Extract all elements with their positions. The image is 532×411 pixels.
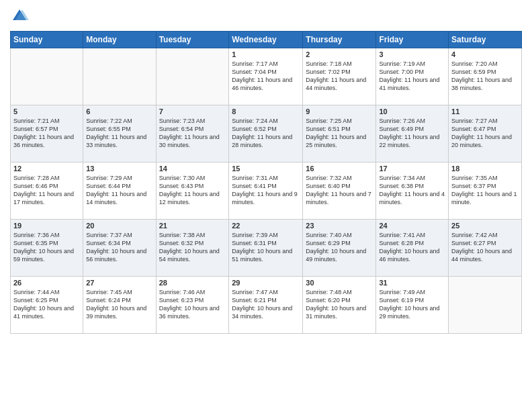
calendar-cell: 29Sunrise: 7:47 AM Sunset: 6:21 PM Dayli… [229, 277, 303, 334]
day-info: Sunrise: 7:39 AM Sunset: 6:31 PM Dayligh… [232, 231, 300, 264]
day-number: 30 [306, 279, 373, 287]
calendar-cell: 1Sunrise: 7:17 AM Sunset: 7:04 PM Daylig… [229, 48, 303, 105]
calendar-cell: 7Sunrise: 7:23 AM Sunset: 6:54 PM Daylig… [156, 105, 229, 163]
calendar-cell: 6Sunrise: 7:22 AM Sunset: 6:55 PM Daylig… [83, 105, 156, 163]
calendar-cell: 15Sunrise: 7:31 AM Sunset: 6:41 PM Dayli… [229, 163, 303, 220]
calendar-cell: 30Sunrise: 7:48 AM Sunset: 6:20 PM Dayli… [303, 277, 376, 334]
day-info: Sunrise: 7:44 AM Sunset: 6:25 PM Dayligh… [13, 288, 80, 321]
day-number: 13 [86, 165, 152, 173]
day-number: 20 [86, 222, 152, 230]
calendar-header-saturday: Saturday [449, 32, 522, 48]
calendar-cell: 12Sunrise: 7:28 AM Sunset: 6:46 PM Dayli… [11, 163, 83, 220]
day-info: Sunrise: 7:34 AM Sunset: 6:38 PM Dayligh… [379, 174, 445, 207]
calendar-cell: 28Sunrise: 7:46 AM Sunset: 6:23 PM Dayli… [156, 277, 229, 334]
calendar-cell [156, 48, 229, 105]
calendar-cell [449, 277, 522, 334]
day-info: Sunrise: 7:26 AM Sunset: 6:49 PM Dayligh… [379, 117, 445, 150]
day-number: 18 [451, 165, 519, 173]
day-info: Sunrise: 7:46 AM Sunset: 6:23 PM Dayligh… [159, 288, 226, 321]
logo-icon [10, 7, 29, 26]
calendar-cell: 5Sunrise: 7:21 AM Sunset: 6:57 PM Daylig… [11, 105, 83, 163]
calendar-cell [11, 48, 83, 105]
day-number: 8 [232, 107, 300, 116]
calendar-cell: 23Sunrise: 7:40 AM Sunset: 6:29 PM Dayli… [303, 220, 376, 277]
day-number: 25 [451, 222, 519, 230]
calendar-header-sunday: Sunday [11, 32, 83, 48]
day-number: 3 [379, 50, 445, 58]
calendar-cell: 10Sunrise: 7:26 AM Sunset: 6:49 PM Dayli… [376, 105, 449, 163]
day-info: Sunrise: 7:40 AM Sunset: 6:29 PM Dayligh… [306, 231, 373, 264]
day-number: 28 [159, 279, 226, 287]
day-number: 2 [306, 50, 373, 58]
calendar-cell: 16Sunrise: 7:32 AM Sunset: 6:40 PM Dayli… [303, 163, 376, 220]
calendar-cell: 20Sunrise: 7:37 AM Sunset: 6:34 PM Dayli… [83, 220, 156, 277]
day-info: Sunrise: 7:31 AM Sunset: 6:41 PM Dayligh… [232, 174, 300, 207]
calendar-cell: 17Sunrise: 7:34 AM Sunset: 6:38 PM Dayli… [376, 163, 449, 220]
calendar-header-friday: Friday [376, 32, 449, 48]
calendar-cell: 14Sunrise: 7:30 AM Sunset: 6:43 PM Dayli… [156, 163, 229, 220]
day-info: Sunrise: 7:49 AM Sunset: 6:19 PM Dayligh… [379, 288, 445, 321]
day-info: Sunrise: 7:20 AM Sunset: 6:59 PM Dayligh… [451, 60, 519, 93]
day-number: 6 [86, 107, 152, 116]
day-info: Sunrise: 7:32 AM Sunset: 6:40 PM Dayligh… [306, 174, 373, 207]
day-info: Sunrise: 7:28 AM Sunset: 6:46 PM Dayligh… [13, 174, 80, 207]
day-number: 23 [306, 222, 373, 230]
calendar-cell: 21Sunrise: 7:38 AM Sunset: 6:32 PM Dayli… [156, 220, 229, 277]
calendar-header-monday: Monday [83, 32, 156, 48]
calendar-cell: 27Sunrise: 7:45 AM Sunset: 6:24 PM Dayli… [83, 277, 156, 334]
calendar-header-thursday: Thursday [303, 32, 376, 48]
day-number: 22 [232, 222, 300, 230]
day-number: 1 [232, 50, 300, 58]
day-info: Sunrise: 7:45 AM Sunset: 6:24 PM Dayligh… [86, 288, 152, 321]
day-info: Sunrise: 7:41 AM Sunset: 6:28 PM Dayligh… [379, 231, 445, 264]
calendar-cell: 13Sunrise: 7:29 AM Sunset: 6:44 PM Dayli… [83, 163, 156, 220]
day-number: 29 [232, 279, 300, 287]
day-number: 4 [451, 50, 519, 58]
calendar-cell: 11Sunrise: 7:27 AM Sunset: 6:47 PM Dayli… [449, 105, 522, 163]
calendar-header-tuesday: Tuesday [156, 32, 229, 48]
day-info: Sunrise: 7:48 AM Sunset: 6:20 PM Dayligh… [306, 288, 373, 321]
day-info: Sunrise: 7:42 AM Sunset: 6:27 PM Dayligh… [451, 231, 519, 264]
calendar-cell: 24Sunrise: 7:41 AM Sunset: 6:28 PM Dayli… [376, 220, 449, 277]
calendar-week-row: 5Sunrise: 7:21 AM Sunset: 6:57 PM Daylig… [11, 105, 522, 163]
calendar-week-row: 19Sunrise: 7:36 AM Sunset: 6:35 PM Dayli… [11, 220, 522, 277]
calendar-header-wednesday: Wednesday [229, 32, 303, 48]
calendar-cell: 4Sunrise: 7:20 AM Sunset: 6:59 PM Daylig… [449, 48, 522, 105]
calendar-table: SundayMondayTuesdayWednesdayThursdayFrid… [10, 31, 522, 334]
day-info: Sunrise: 7:19 AM Sunset: 7:00 PM Dayligh… [379, 60, 445, 93]
day-info: Sunrise: 7:29 AM Sunset: 6:44 PM Dayligh… [86, 174, 152, 207]
day-info: Sunrise: 7:36 AM Sunset: 6:35 PM Dayligh… [13, 231, 80, 264]
day-info: Sunrise: 7:37 AM Sunset: 6:34 PM Dayligh… [86, 231, 152, 264]
day-info: Sunrise: 7:27 AM Sunset: 6:47 PM Dayligh… [451, 117, 519, 150]
day-info: Sunrise: 7:17 AM Sunset: 7:04 PM Dayligh… [232, 60, 300, 93]
day-info: Sunrise: 7:35 AM Sunset: 6:37 PM Dayligh… [451, 174, 519, 207]
header [10, 7, 522, 26]
day-number: 14 [159, 165, 226, 173]
day-number: 7 [159, 107, 226, 116]
day-number: 11 [451, 107, 519, 116]
calendar-cell: 2Sunrise: 7:18 AM Sunset: 7:02 PM Daylig… [303, 48, 376, 105]
day-number: 21 [159, 222, 226, 230]
day-number: 5 [13, 107, 80, 116]
day-info: Sunrise: 7:25 AM Sunset: 6:51 PM Dayligh… [306, 117, 373, 150]
day-info: Sunrise: 7:18 AM Sunset: 7:02 PM Dayligh… [306, 60, 373, 93]
calendar-header-row: SundayMondayTuesdayWednesdayThursdayFrid… [11, 32, 522, 48]
day-number: 27 [86, 279, 152, 287]
day-number: 9 [306, 107, 373, 116]
day-info: Sunrise: 7:30 AM Sunset: 6:43 PM Dayligh… [159, 174, 226, 207]
calendar-week-row: 26Sunrise: 7:44 AM Sunset: 6:25 PM Dayli… [11, 277, 522, 334]
day-number: 24 [379, 222, 445, 230]
calendar-cell: 31Sunrise: 7:49 AM Sunset: 6:19 PM Dayli… [376, 277, 449, 334]
day-number: 31 [379, 279, 445, 287]
day-number: 17 [379, 165, 445, 173]
day-number: 10 [379, 107, 445, 116]
calendar-week-row: 1Sunrise: 7:17 AM Sunset: 7:04 PM Daylig… [11, 48, 522, 105]
day-info: Sunrise: 7:21 AM Sunset: 6:57 PM Dayligh… [13, 117, 80, 150]
page: SundayMondayTuesdayWednesdayThursdayFrid… [0, 0, 532, 411]
calendar-cell: 3Sunrise: 7:19 AM Sunset: 7:00 PM Daylig… [376, 48, 449, 105]
day-info: Sunrise: 7:38 AM Sunset: 6:32 PM Dayligh… [159, 231, 226, 264]
day-number: 26 [13, 279, 80, 287]
calendar-cell: 22Sunrise: 7:39 AM Sunset: 6:31 PM Dayli… [229, 220, 303, 277]
day-info: Sunrise: 7:22 AM Sunset: 6:55 PM Dayligh… [86, 117, 152, 150]
day-info: Sunrise: 7:23 AM Sunset: 6:54 PM Dayligh… [159, 117, 226, 150]
